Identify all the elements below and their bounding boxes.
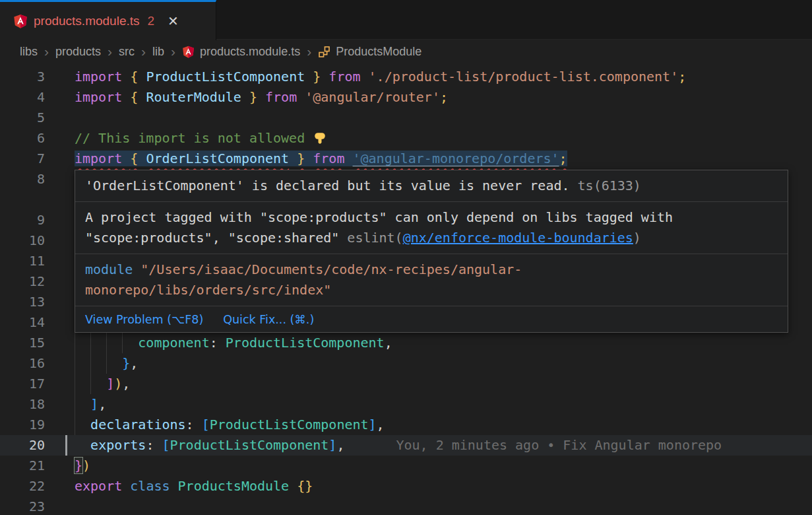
line-number[interactable]: 7 (0, 149, 45, 169)
token: ) (114, 376, 122, 392)
line-number[interactable]: 4 (0, 87, 45, 108)
line-number[interactable]: 13 (0, 292, 45, 312)
eslint-message-line2: "scope:products", "scope:shared" eslint(… (85, 228, 778, 248)
indent-guide (75, 353, 75, 374)
code-line-23[interactable]: 23 (0, 497, 812, 515)
line-number[interactable]: 11 (0, 251, 45, 271)
line-content: exports: [ProductListComponent],You, 2 m… (75, 435, 812, 456)
token: , (336, 437, 344, 453)
code-line-7[interactable]: 7import { OrderListComponent } from '@an… (0, 149, 812, 169)
code-editor[interactable]: 3import { ProductListComponent } from '.… (0, 64, 812, 515)
token (138, 151, 146, 166)
token: ] (328, 437, 336, 453)
breadcrumb-item-lib[interactable]: lib (152, 45, 164, 59)
quick-fix-button[interactable]: Quick Fix... (⌘.) (223, 313, 314, 326)
token: './product-list/product-list.component' (369, 69, 679, 85)
close-icon[interactable]: ✕ (168, 15, 179, 28)
line-number[interactable]: 17 (0, 374, 45, 394)
token: : (186, 417, 202, 432)
token (75, 355, 122, 371)
breadcrumb-item-products[interactable]: products (55, 45, 101, 59)
line-content: component: ProductListComponent, (75, 333, 812, 353)
token: '@angular/router' (305, 89, 440, 105)
line-content: ], (75, 394, 812, 415)
token: : (146, 437, 162, 453)
line-number[interactable]: 18 (0, 394, 45, 415)
token: ] (369, 417, 377, 432)
token: {} (297, 478, 313, 494)
code-line-17[interactable]: 17 ]), (0, 374, 812, 394)
breadcrumb-item-file[interactable]: products.module.ts (200, 45, 300, 59)
line-number[interactable]: 14 (0, 312, 45, 333)
line-number[interactable]: 3 (0, 67, 45, 87)
token (138, 89, 146, 105)
breadcrumb: libs › products › src › lib › products.m… (0, 40, 812, 64)
breadcrumb-item-symbol[interactable]: ProductsModule (336, 45, 422, 59)
token: , (122, 376, 130, 392)
eslint-rule-link[interactable]: @nx/enforce-module-boundaries (403, 230, 633, 246)
line-content: import { OrderListComponent } from '@ang… (75, 149, 812, 169)
indent-guide (90, 353, 91, 374)
line-content: declarations: [ProductListComponent], (75, 415, 812, 435)
token (297, 89, 305, 105)
token: { (130, 69, 138, 85)
token: // This import is not allowed (75, 130, 313, 146)
breadcrumb-item-libs[interactable]: libs (20, 45, 38, 59)
token (138, 69, 146, 85)
gutter-modified-marker (65, 435, 67, 456)
indent-guide (75, 415, 75, 435)
indent-guide (75, 374, 75, 394)
code-line-3[interactable]: 3import { ProductListComponent } from '.… (0, 67, 812, 87)
code-line-21[interactable]: 21}) (0, 456, 812, 476)
line-number[interactable]: 21 (0, 456, 45, 476)
line-number[interactable]: 6 (0, 128, 45, 149)
code-line-15[interactable]: 15 component: ProductListComponent, (0, 333, 812, 353)
breadcrumb-item-src[interactable]: src (119, 45, 135, 59)
line-number[interactable]: 5 (0, 108, 45, 128)
code-line-22[interactable]: 22export class ProductsModule {} (0, 476, 812, 497)
code-line-18[interactable]: 18 ], (0, 394, 812, 415)
token (289, 478, 297, 494)
token (75, 437, 90, 453)
problem-hover-tooltip: 'OrderListComponent' is declared but its… (75, 170, 788, 333)
code-line-5[interactable]: 5 (0, 108, 812, 128)
view-problem-button[interactable]: View Problem (⌥F8) (85, 313, 203, 326)
token: ] (90, 396, 98, 412)
line-content: import { RouterModule } from '@angular/r… (75, 87, 812, 108)
code-line-19[interactable]: 19 declarations: [ProductListComponent], (0, 415, 812, 435)
code-line-16[interactable]: 16 }, (0, 353, 812, 374)
token: export (75, 478, 122, 494)
line-number[interactable]: 10 (0, 230, 45, 251)
token: '@angular-monorepo/orders' (353, 151, 559, 166)
token: ; (440, 89, 448, 105)
line-number[interactable]: 9 (0, 210, 45, 230)
line-number[interactable]: 12 (0, 271, 45, 292)
line-content: import { ProductListComponent } from './… (75, 67, 812, 87)
token: , (377, 417, 385, 432)
line-number[interactable]: 23 (0, 497, 45, 515)
line-number[interactable]: 8 (0, 169, 45, 189)
line-number[interactable]: 15 (0, 333, 45, 353)
token: ] (106, 376, 114, 392)
tab-products-module[interactable]: products.module.ts 2 ✕ (0, 0, 216, 40)
token (321, 69, 328, 85)
line-number[interactable]: 20 (0, 435, 45, 456)
token (241, 89, 249, 105)
line-number[interactable]: 16 (0, 353, 45, 374)
token: { (130, 89, 138, 105)
token (257, 89, 265, 105)
line-content: }, (75, 353, 812, 374)
token: declarations (90, 417, 186, 432)
angular-file-icon (182, 46, 195, 58)
indent-guide (122, 333, 123, 353)
token: ; (678, 69, 686, 85)
line-number[interactable]: 19 (0, 415, 45, 435)
token: , (385, 335, 392, 351)
line-number[interactable]: 22 (0, 476, 45, 497)
code-line-4[interactable]: 4import { RouterModule } from '@angular/… (0, 87, 812, 108)
token: ) (82, 458, 90, 473)
line-content (75, 108, 812, 128)
code-line-20[interactable]: 20 exports: [ProductListComponent],You, … (0, 435, 812, 456)
token: class (130, 478, 170, 494)
code-line-6[interactable]: 6// This import is not allowed (0, 128, 812, 149)
